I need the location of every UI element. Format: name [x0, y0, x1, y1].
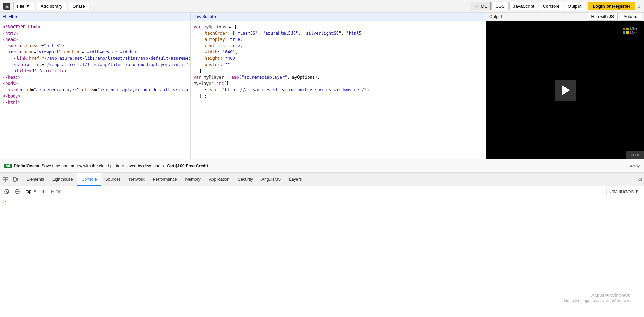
login-register-button[interactable]: Login or Register — [588, 2, 635, 10]
html-panel: HTML ▾ <!DOCTYPE html> <html> <head> <me… — [0, 13, 191, 159]
windows-activation-watermark: Activate Windows Go to Settings to activ… — [564, 293, 630, 303]
console-content[interactable]: > — [0, 197, 644, 206]
ad-text: Save time and money with the cloud platf… — [42, 164, 165, 168]
dt-tab-sources[interactable]: Sources — [101, 173, 125, 186]
dt-tab-console[interactable]: Console — [77, 173, 101, 186]
context-select-wrap: top ▼ — [24, 188, 38, 195]
console-filter-input[interactable] — [49, 188, 603, 195]
console-prompt: > — [3, 199, 6, 204]
console-bar: top ▼ 👁 Default levels ▼ — [0, 186, 644, 197]
inspect-element-icon[interactable] — [1, 175, 10, 184]
svg-rect-10 — [13, 177, 16, 181]
svg-rect-4 — [623, 31, 625, 34]
dt-tab-elements[interactable]: Elements — [22, 173, 48, 186]
svg-text:JS: JS — [5, 5, 9, 8]
dt-tab-lighthouse[interactable]: Lighthouse — [48, 173, 77, 186]
js-panel: JavaScript ▾ var myOptions = { techOrder… — [191, 13, 486, 159]
auto-run-button[interactable]: Auto-ru — [620, 13, 641, 21]
play-button[interactable] — [555, 80, 576, 101]
devtools-panel: Elements Lighthouse Console Sources Netw… — [0, 173, 644, 206]
tab-output[interactable]: Output — [564, 2, 585, 10]
settings-gear-icon[interactable]: ⚙ — [638, 176, 643, 182]
devtools-right-icons: ⚙ — [638, 176, 643, 183]
dt-tab-layers[interactable]: Layers — [285, 173, 306, 186]
devtools-icons — [1, 175, 20, 184]
svg-rect-9 — [6, 180, 8, 182]
svg-rect-5 — [626, 31, 629, 34]
svg-rect-2 — [623, 28, 625, 30]
svg-line-13 — [6, 190, 8, 193]
top-bar-left: JS File ▼ Add library Share — [4, 2, 468, 10]
tab-html[interactable]: HTML — [471, 2, 491, 10]
svg-rect-3 — [626, 28, 629, 30]
svg-rect-7 — [6, 177, 8, 179]
svg-rect-11 — [16, 178, 18, 181]
output-panel: Output Run with JS Auto-ru MicrMedi anon — [486, 13, 644, 159]
dt-tab-security[interactable]: Security — [234, 173, 257, 186]
output-watermark: MicrMedi — [623, 27, 638, 35]
file-menu-button[interactable]: File ▼ — [13, 2, 34, 10]
levels-dropdown-icon: ▼ — [635, 189, 639, 194]
tab-console[interactable]: Console — [539, 2, 564, 10]
dt-tab-memory[interactable]: Memory — [181, 173, 205, 186]
devtools-toolbar: Elements Lighthouse Console Sources Netw… — [0, 173, 644, 186]
svg-rect-6 — [3, 177, 5, 179]
dt-tab-angularjs[interactable]: AngularJS — [257, 173, 285, 186]
output-header: Output Run with JS Auto-ru — [486, 13, 644, 21]
default-levels-dropdown[interactable]: Default levels ▼ — [606, 188, 641, 195]
dt-tab-network[interactable]: Network — [125, 173, 149, 186]
eye-icon[interactable]: 👁 — [41, 189, 46, 194]
output-video-area: MicrMedi anon — [486, 21, 644, 159]
dt-tab-performance[interactable]: Performance — [149, 173, 181, 186]
play-triangle-icon — [562, 85, 570, 95]
js-panel-header[interactable]: JavaScript ▾ — [191, 13, 486, 21]
js-code-editor[interactable]: var myOptions = { techOrder: ["flashSS",… — [191, 21, 486, 159]
ad-badge: Ad — [4, 164, 12, 168]
tab-javascript[interactable]: JavaScript — [509, 2, 538, 10]
tab-css[interactable]: CSS — [491, 2, 509, 10]
output-bottom-bar: anon — [626, 151, 644, 159]
block-requests-icon[interactable] — [13, 188, 21, 195]
ad-brand: DigitalOcean — [14, 164, 39, 168]
device-toggle-icon[interactable] — [11, 175, 20, 184]
top-bar-right: Login or Register B — [588, 2, 640, 10]
ad-bar: Ad DigitalOcean Save time and money with… — [0, 159, 644, 173]
top-bar-tabs: HTML CSS JavaScript Console Output — [471, 2, 586, 10]
run-with-js-button[interactable]: Run with JS — [588, 13, 618, 21]
ad-right-label: Ad by — [630, 164, 640, 168]
html-code-editor[interactable]: <!DOCTYPE html> <html> <head> <meta char… — [0, 21, 190, 159]
top-bar: JS File ▼ Add library Share HTML CSS Jav… — [0, 0, 644, 13]
context-select[interactable]: top — [24, 188, 38, 195]
clear-console-icon[interactable] — [3, 188, 10, 195]
dt-tab-application[interactable]: Application — [205, 173, 234, 186]
editor-area: HTML ▾ <!DOCTYPE html> <html> <head> <me… — [0, 13, 644, 159]
app-logo-icon: JS — [4, 3, 10, 10]
microsoft-icon — [623, 28, 629, 34]
devtools-tabs: Elements Lighthouse Console Sources Netw… — [22, 173, 638, 186]
svg-rect-8 — [3, 180, 5, 182]
ad-cta[interactable]: Get $100 Free Credit — [167, 164, 208, 168]
add-library-button[interactable]: Add library — [37, 2, 66, 10]
html-panel-header[interactable]: HTML ▾ — [0, 13, 190, 21]
ad-left: Ad DigitalOcean Save time and money with… — [4, 164, 208, 168]
share-button[interactable]: Share — [69, 2, 89, 10]
output-header-right: Run with JS Auto-ru — [588, 13, 641, 21]
